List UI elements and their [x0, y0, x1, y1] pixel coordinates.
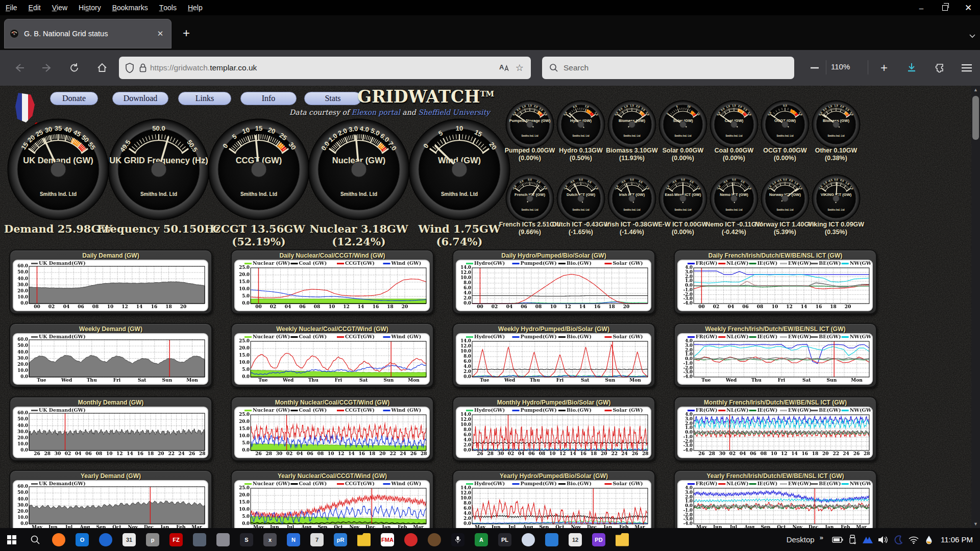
volume-icon[interactable] — [875, 528, 891, 551]
home-button[interactable] — [92, 58, 112, 78]
taskbar-app-folder-app[interactable] — [352, 528, 376, 551]
gauge-uk-demand-gw-: 152025303540455055UK Demand (GW)Smiths I… — [7, 118, 109, 222]
taskbar-app-printer-app[interactable] — [211, 528, 235, 551]
search-bar[interactable]: Search — [542, 57, 794, 79]
elexon-link[interactable]: Elexon portal — [352, 108, 400, 116]
svg-text:1.5: 1.5 — [630, 104, 634, 107]
taskbar-app-pd-app[interactable]: PD — [587, 528, 610, 551]
tray-overflow-chevron[interactable]: » — [820, 534, 823, 541]
forward-button[interactable] — [37, 58, 57, 78]
taskbar-app-tag-app[interactable] — [188, 528, 211, 551]
taskbar-app-camera-app[interactable] — [540, 528, 564, 551]
chart-canvas — [457, 261, 650, 310]
small-gauge-norway: -1.5-1.0-0.50.00.51.01.5Norway ICT (GW)S… — [761, 174, 810, 225]
taskbar-app-fma-app[interactable]: FMA — [376, 528, 399, 551]
reload-button[interactable] — [64, 58, 85, 78]
bookmark-star-icon[interactable]: ☆ — [516, 62, 524, 73]
taskbar-app-app-blue-swirl[interactable] — [94, 528, 117, 551]
taskbar-app-calendar3-app[interactable]: 12 — [564, 528, 587, 551]
nightlight-icon[interactable] — [891, 528, 906, 551]
menu-item-history[interactable]: History — [73, 0, 107, 15]
new-tab-button[interactable]: + — [178, 24, 195, 42]
scroll-down-arrow[interactable]: ▼ — [971, 520, 980, 528]
taskbar-app-outlook[interactable]: O — [70, 528, 94, 551]
taskbar-app-snip-app[interactable]: x — [258, 528, 282, 551]
taskbar-app-notepad-blue[interactable]: N — [282, 528, 305, 551]
desktop-button[interactable]: Desktop — [787, 535, 815, 544]
menu-item-edit[interactable]: Edit — [23, 0, 46, 15]
usb-icon[interactable] — [845, 528, 860, 551]
chart-panel-daily-nuclear-coal-ccgt-wind-gw-: Daily Nuclear/Coal/CCGT/Wind (GW) — [231, 249, 434, 314]
site-button-links[interactable]: Links — [178, 92, 231, 105]
taskbar-app-pl-app[interactable]: PL — [493, 528, 517, 551]
taskbar-app-green-app[interactable]: A — [470, 528, 493, 551]
paw-app-icon: p — [146, 533, 159, 546]
site-button-info[interactable]: Info — [240, 92, 297, 105]
zoom-out-button[interactable] — [804, 58, 825, 78]
menu-item-file[interactable]: File — [0, 0, 23, 15]
taskbar-app-filezilla[interactable]: FZ — [164, 528, 188, 551]
page-scrollbar[interactable]: ▲ ▼ — [971, 86, 980, 528]
wifi-icon[interactable] — [906, 528, 921, 551]
svg-text:Smiths Ind. Ltd: Smiths Ind. Ltd — [776, 135, 793, 137]
chart-panel-weekly-hydro-pumped-bio-solar-gw-: Weekly Hydro/Pumped/Bio/Solar (GW) — [452, 323, 655, 388]
translate-icon[interactable]: A — [498, 63, 509, 73]
taskbar-app-globe-app[interactable] — [517, 528, 540, 551]
back-button[interactable] — [9, 58, 30, 78]
url-bar[interactable]: https://gridwatch.templar.co.uk A ☆ — [119, 57, 531, 79]
svg-text:Smiths Ind. Ltd: Smiths Ind. Ltd — [725, 135, 742, 137]
sheffield-link[interactable]: Sheffield University — [418, 108, 490, 116]
zoom-in-button[interactable]: + — [874, 58, 894, 78]
site-button-donate[interactable]: Donate — [50, 92, 98, 105]
svg-text:0.0: 0.0 — [834, 178, 838, 181]
site-button-download[interactable]: Download — [112, 92, 168, 105]
chart-panel-weekly-demand-gw-: Weekly Demand (GW) — [9, 323, 212, 388]
tab-list-chevron-icon[interactable] — [969, 32, 976, 41]
chart-title: Yearly French/Irish/Dutch/EW/BE/NSL ICT … — [675, 472, 876, 480]
minimize-button[interactable]: – — [910, 0, 933, 15]
close-button[interactable]: ✕ — [957, 0, 980, 15]
menu-item-help[interactable]: Help — [182, 0, 208, 15]
taskbar-app-explorer-folder[interactable] — [610, 528, 634, 551]
rainmeter-icon[interactable] — [921, 528, 937, 551]
taskbar-app-coffee-app[interactable] — [423, 528, 446, 551]
taskbar-app-pen-app[interactable]: S — [235, 528, 258, 551]
vpn-icon[interactable] — [860, 528, 875, 551]
taskbar-app-mic-app[interactable] — [446, 528, 470, 551]
small-gauge-solar: 051015Solar (GW)Smiths Ind. Ltd — [658, 100, 707, 151]
scroll-up-arrow[interactable]: ▲ — [971, 86, 980, 94]
taskbar-app-calendar2-app[interactable]: 7 — [305, 528, 329, 551]
taskbar-search-button[interactable] — [23, 528, 47, 551]
menu-item-bookmarks[interactable]: Bookmarks — [107, 0, 154, 15]
menu-item-tools[interactable]: Tools — [154, 0, 182, 15]
site-button-stats[interactable]: Stats — [304, 92, 361, 105]
chart-canvas — [14, 334, 207, 384]
taskbar-app-pr-app[interactable]: pR — [329, 528, 352, 551]
filezilla-icon: FZ — [169, 533, 183, 546]
taskbar-app-calendar-app[interactable]: 31 — [117, 528, 141, 551]
menu-item-view[interactable]: View — [46, 0, 73, 15]
extensions-puzzle-icon[interactable] — [930, 58, 950, 78]
tab-close-icon[interactable]: ✕ — [154, 27, 167, 40]
shield-icon[interactable] — [125, 63, 134, 73]
start-button[interactable] — [0, 528, 23, 551]
svg-text:Smiths Ind. Ltd: Smiths Ind. Ltd — [776, 209, 793, 211]
chart-title: Monthly French/Irish/Dutch/EW/BE/NSL ICT… — [675, 399, 876, 406]
taskbar-app-firefox[interactable] — [47, 528, 70, 551]
tab-national-grid-status[interactable]: G. B. National Grid status ✕ — [4, 19, 172, 48]
page-title: GRIDWATCHTM — [357, 87, 490, 107]
battery-icon[interactable] — [829, 528, 845, 551]
taskbar-app-paw-app[interactable]: p — [141, 528, 164, 551]
svg-text:Smiths Ind. Ltd: Smiths Ind. Ltd — [441, 191, 478, 197]
svg-text:0.5: 0.5 — [783, 104, 787, 107]
taskbar-clock[interactable]: 11:06 PM — [941, 535, 973, 544]
credit-line: Data courtesy of Elexon portal and Sheff… — [276, 108, 490, 116]
svg-text:Smiths Ind. Ltd: Smiths Ind. Ltd — [623, 209, 640, 211]
restore-button[interactable] — [933, 0, 957, 15]
download-icon[interactable] — [901, 58, 922, 78]
taskbar-app-recorder-app[interactable] — [399, 528, 423, 551]
zoom-level[interactable]: 110% — [831, 62, 850, 71]
scrollbar-thumb[interactable] — [972, 96, 979, 140]
hamburger-menu-icon[interactable] — [957, 58, 977, 78]
lock-icon[interactable] — [139, 63, 147, 73]
